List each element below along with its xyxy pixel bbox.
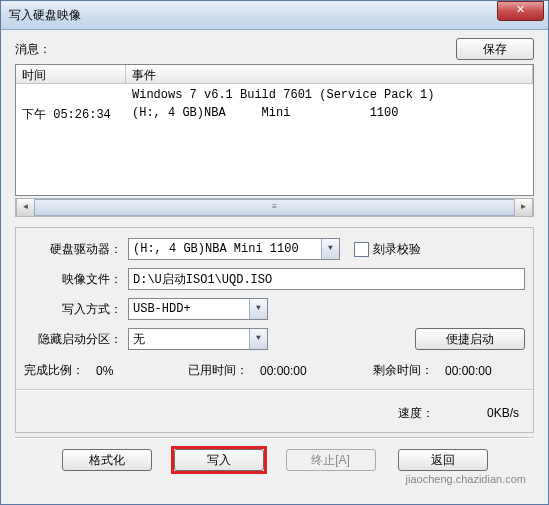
scroll-right-icon[interactable]: ► xyxy=(514,199,533,216)
message-label: 消息： xyxy=(15,41,456,58)
complete-label: 完成比例： xyxy=(24,362,96,379)
remain-label: 剩余时间： xyxy=(350,362,433,379)
speed-row: 速度： 0KB/s xyxy=(24,397,525,426)
complete-value: 0% xyxy=(96,364,176,378)
verify-label: 刻录校验 xyxy=(373,241,421,258)
titlebar[interactable]: 写入硬盘映像 ✕ xyxy=(1,1,548,30)
image-path-value: D:\U启动ISO1\UQD.ISO xyxy=(133,271,272,288)
scroll-thumb[interactable]: ≡ xyxy=(34,199,515,216)
dialog-window: 写入硬盘映像 ✕ 消息： 保存 时间 事件 Windows 7 v6.1 Bui… xyxy=(0,0,549,505)
verify-checkbox[interactable] xyxy=(354,242,369,257)
divider xyxy=(16,389,533,391)
return-button[interactable]: 返回 xyxy=(398,449,488,471)
close-button[interactable]: ✕ xyxy=(497,1,544,21)
write-mode-value: USB-HDD+ xyxy=(133,302,191,316)
hide-boot-combo[interactable]: 无 ▼ xyxy=(128,328,268,350)
col-header-time[interactable]: 时间 xyxy=(16,65,126,83)
col-header-event[interactable]: 事件 xyxy=(126,65,533,83)
write-mode-row: 写入方式： USB-HDD+ ▼ xyxy=(24,298,525,320)
log-panel: 时间 事件 Windows 7 v6.1 Build 7601 (Service… xyxy=(15,64,534,196)
drive-combo[interactable]: (H:, 4 GB)NBA Mini 1100 ▼ xyxy=(128,238,340,260)
watermark: jiaocheng.chazidian.com xyxy=(15,473,534,485)
drive-label: 硬盘驱动器： xyxy=(24,241,128,258)
save-button[interactable]: 保存 xyxy=(456,38,534,60)
chevron-down-icon[interactable]: ▼ xyxy=(249,299,267,319)
log-rows: Windows 7 v6.1 Build 7601 (Service Pack … xyxy=(16,84,533,195)
speed-value: 0KB/s xyxy=(487,406,519,420)
write-mode-combo[interactable]: USB-HDD+ ▼ xyxy=(128,298,268,320)
format-button[interactable]: 格式化 xyxy=(62,449,152,471)
convenient-boot-button[interactable]: 便捷启动 xyxy=(415,328,525,350)
write-button-highlight: 写入 xyxy=(171,446,267,474)
log-time xyxy=(16,86,126,104)
chevron-down-icon[interactable]: ▼ xyxy=(321,239,339,259)
close-icon: ✕ xyxy=(516,3,525,15)
remain-value: 00:00:00 xyxy=(433,364,525,378)
log-event: (H:, 4 GB)NBA Mini 1100 xyxy=(126,104,533,125)
hide-boot-value: 无 xyxy=(133,331,145,348)
log-row: Windows 7 v6.1 Build 7601 (Service Pack … xyxy=(16,86,533,104)
message-row: 消息： 保存 xyxy=(15,38,534,60)
elapsed-value: 00:00:00 xyxy=(248,364,350,378)
drive-row: 硬盘驱动器： (H:, 4 GB)NBA Mini 1100 ▼ 刻录校验 xyxy=(24,238,525,260)
image-row: 映像文件： D:\U启动ISO1\UQD.ISO xyxy=(24,268,525,290)
hide-boot-row: 隐藏启动分区： 无 ▼ 便捷启动 xyxy=(24,328,525,350)
image-path-input[interactable]: D:\U启动ISO1\UQD.ISO xyxy=(128,268,525,290)
image-label: 映像文件： xyxy=(24,271,128,288)
drive-value: (H:, 4 GB)NBA Mini 1100 xyxy=(133,242,299,256)
log-header: 时间 事件 xyxy=(16,65,533,84)
log-event: Windows 7 v6.1 Build 7601 (Service Pack … xyxy=(126,86,533,104)
stats-row: 完成比例： 0% 已用时间： 00:00:00 剩余时间： 00:00:00 xyxy=(24,358,525,383)
hide-boot-label: 隐藏启动分区： xyxy=(24,331,128,348)
write-mode-label: 写入方式： xyxy=(24,301,128,318)
window-title: 写入硬盘映像 xyxy=(9,7,497,24)
abort-button: 终止[A] xyxy=(286,449,376,471)
speed-label: 速度： xyxy=(398,406,434,420)
log-row: 下午 05:26:34 (H:, 4 GB)NBA Mini 1100 xyxy=(16,104,533,125)
elapsed-label: 已用时间： xyxy=(176,362,248,379)
write-button[interactable]: 写入 xyxy=(174,449,264,471)
scroll-left-icon[interactable]: ◄ xyxy=(16,199,35,216)
form-area: 硬盘驱动器： (H:, 4 GB)NBA Mini 1100 ▼ 刻录校验 映像… xyxy=(15,227,534,433)
divider xyxy=(15,437,534,439)
dialog-body: 消息： 保存 时间 事件 Windows 7 v6.1 Build 7601 (… xyxy=(1,30,548,504)
action-row: 格式化 写入 终止[A] 返回 xyxy=(15,443,534,473)
chevron-down-icon[interactable]: ▼ xyxy=(249,329,267,349)
log-time: 下午 05:26:34 xyxy=(16,104,126,125)
horizontal-scrollbar[interactable]: ◄ ≡ ► xyxy=(15,198,534,217)
